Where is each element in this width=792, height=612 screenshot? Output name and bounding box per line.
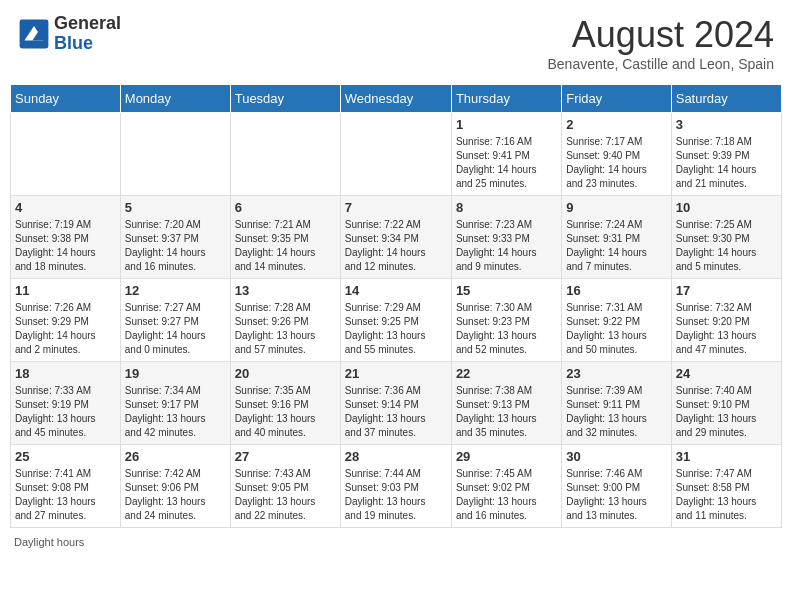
day-info: Sunrise: 7:45 AM Sunset: 9:02 PM Dayligh…: [456, 467, 557, 523]
calendar-cell: 19Sunrise: 7:34 AM Sunset: 9:17 PM Dayli…: [120, 362, 230, 445]
day-number: 23: [566, 366, 667, 381]
day-info: Sunrise: 7:17 AM Sunset: 9:40 PM Dayligh…: [566, 135, 667, 191]
logo-icon: [18, 18, 50, 50]
day-number: 29: [456, 449, 557, 464]
calendar-cell: 28Sunrise: 7:44 AM Sunset: 9:03 PM Dayli…: [340, 445, 451, 528]
day-number: 3: [676, 117, 777, 132]
day-number: 19: [125, 366, 226, 381]
calendar-cell: 23Sunrise: 7:39 AM Sunset: 9:11 PM Dayli…: [562, 362, 672, 445]
day-info: Sunrise: 7:18 AM Sunset: 9:39 PM Dayligh…: [676, 135, 777, 191]
day-number: 16: [566, 283, 667, 298]
calendar-cell: [340, 113, 451, 196]
day-header-wednesday: Wednesday: [340, 85, 451, 113]
day-info: Sunrise: 7:27 AM Sunset: 9:27 PM Dayligh…: [125, 301, 226, 357]
calendar-cell: 30Sunrise: 7:46 AM Sunset: 9:00 PM Dayli…: [562, 445, 672, 528]
day-number: 2: [566, 117, 667, 132]
day-number: 7: [345, 200, 447, 215]
day-header-thursday: Thursday: [451, 85, 561, 113]
day-number: 9: [566, 200, 667, 215]
day-number: 21: [345, 366, 447, 381]
week-row-1: 1Sunrise: 7:16 AM Sunset: 9:41 PM Daylig…: [11, 113, 782, 196]
calendar-cell: 6Sunrise: 7:21 AM Sunset: 9:35 PM Daylig…: [230, 196, 340, 279]
day-number: 10: [676, 200, 777, 215]
week-row-5: 25Sunrise: 7:41 AM Sunset: 9:08 PM Dayli…: [11, 445, 782, 528]
day-info: Sunrise: 7:25 AM Sunset: 9:30 PM Dayligh…: [676, 218, 777, 274]
day-number: 14: [345, 283, 447, 298]
calendar-cell: 27Sunrise: 7:43 AM Sunset: 9:05 PM Dayli…: [230, 445, 340, 528]
day-header-tuesday: Tuesday: [230, 85, 340, 113]
day-info: Sunrise: 7:20 AM Sunset: 9:37 PM Dayligh…: [125, 218, 226, 274]
day-number: 20: [235, 366, 336, 381]
day-number: 11: [15, 283, 116, 298]
location: Benavente, Castille and Leon, Spain: [548, 56, 775, 72]
logo-blue: Blue: [54, 34, 121, 54]
footer: Daylight hours: [10, 536, 782, 548]
day-info: Sunrise: 7:47 AM Sunset: 8:58 PM Dayligh…: [676, 467, 777, 523]
day-info: Sunrise: 7:34 AM Sunset: 9:17 PM Dayligh…: [125, 384, 226, 440]
day-info: Sunrise: 7:32 AM Sunset: 9:20 PM Dayligh…: [676, 301, 777, 357]
day-number: 5: [125, 200, 226, 215]
calendar-cell: 12Sunrise: 7:27 AM Sunset: 9:27 PM Dayli…: [120, 279, 230, 362]
title-section: August 2024 Benavente, Castille and Leon…: [548, 14, 775, 72]
day-number: 27: [235, 449, 336, 464]
footer-text: Daylight hours: [14, 536, 84, 548]
calendar-cell: 17Sunrise: 7:32 AM Sunset: 9:20 PM Dayli…: [671, 279, 781, 362]
calendar-cell: 15Sunrise: 7:30 AM Sunset: 9:23 PM Dayli…: [451, 279, 561, 362]
logo-general: General: [54, 14, 121, 34]
calendar-cell: [120, 113, 230, 196]
calendar-cell: 21Sunrise: 7:36 AM Sunset: 9:14 PM Dayli…: [340, 362, 451, 445]
day-info: Sunrise: 7:24 AM Sunset: 9:31 PM Dayligh…: [566, 218, 667, 274]
calendar-cell: 11Sunrise: 7:26 AM Sunset: 9:29 PM Dayli…: [11, 279, 121, 362]
day-number: 28: [345, 449, 447, 464]
calendar-cell: 31Sunrise: 7:47 AM Sunset: 8:58 PM Dayli…: [671, 445, 781, 528]
day-number: 4: [15, 200, 116, 215]
day-info: Sunrise: 7:16 AM Sunset: 9:41 PM Dayligh…: [456, 135, 557, 191]
day-info: Sunrise: 7:21 AM Sunset: 9:35 PM Dayligh…: [235, 218, 336, 274]
week-row-2: 4Sunrise: 7:19 AM Sunset: 9:38 PM Daylig…: [11, 196, 782, 279]
day-info: Sunrise: 7:46 AM Sunset: 9:00 PM Dayligh…: [566, 467, 667, 523]
calendar-cell: 22Sunrise: 7:38 AM Sunset: 9:13 PM Dayli…: [451, 362, 561, 445]
calendar-cell: 16Sunrise: 7:31 AM Sunset: 9:22 PM Dayli…: [562, 279, 672, 362]
calendar-cell: 14Sunrise: 7:29 AM Sunset: 9:25 PM Dayli…: [340, 279, 451, 362]
day-info: Sunrise: 7:38 AM Sunset: 9:13 PM Dayligh…: [456, 384, 557, 440]
calendar-cell: 18Sunrise: 7:33 AM Sunset: 9:19 PM Dayli…: [11, 362, 121, 445]
calendar-cell: 20Sunrise: 7:35 AM Sunset: 9:16 PM Dayli…: [230, 362, 340, 445]
calendar-cell: 10Sunrise: 7:25 AM Sunset: 9:30 PM Dayli…: [671, 196, 781, 279]
day-number: 1: [456, 117, 557, 132]
day-number: 25: [15, 449, 116, 464]
calendar: SundayMondayTuesdayWednesdayThursdayFrid…: [10, 84, 782, 528]
calendar-body: 1Sunrise: 7:16 AM Sunset: 9:41 PM Daylig…: [11, 113, 782, 528]
day-info: Sunrise: 7:40 AM Sunset: 9:10 PM Dayligh…: [676, 384, 777, 440]
calendar-cell: 29Sunrise: 7:45 AM Sunset: 9:02 PM Dayli…: [451, 445, 561, 528]
day-header-monday: Monday: [120, 85, 230, 113]
day-info: Sunrise: 7:43 AM Sunset: 9:05 PM Dayligh…: [235, 467, 336, 523]
day-info: Sunrise: 7:41 AM Sunset: 9:08 PM Dayligh…: [15, 467, 116, 523]
calendar-cell: 1Sunrise: 7:16 AM Sunset: 9:41 PM Daylig…: [451, 113, 561, 196]
day-number: 13: [235, 283, 336, 298]
day-number: 17: [676, 283, 777, 298]
day-info: Sunrise: 7:44 AM Sunset: 9:03 PM Dayligh…: [345, 467, 447, 523]
day-info: Sunrise: 7:42 AM Sunset: 9:06 PM Dayligh…: [125, 467, 226, 523]
page-header: General Blue August 2024 Benavente, Cast…: [10, 10, 782, 76]
calendar-cell: 7Sunrise: 7:22 AM Sunset: 9:34 PM Daylig…: [340, 196, 451, 279]
calendar-cell: 24Sunrise: 7:40 AM Sunset: 9:10 PM Dayli…: [671, 362, 781, 445]
day-info: Sunrise: 7:36 AM Sunset: 9:14 PM Dayligh…: [345, 384, 447, 440]
header-row: SundayMondayTuesdayWednesdayThursdayFrid…: [11, 85, 782, 113]
day-info: Sunrise: 7:33 AM Sunset: 9:19 PM Dayligh…: [15, 384, 116, 440]
day-number: 30: [566, 449, 667, 464]
day-info: Sunrise: 7:28 AM Sunset: 9:26 PM Dayligh…: [235, 301, 336, 357]
calendar-cell: 13Sunrise: 7:28 AM Sunset: 9:26 PM Dayli…: [230, 279, 340, 362]
day-number: 24: [676, 366, 777, 381]
calendar-cell: 8Sunrise: 7:23 AM Sunset: 9:33 PM Daylig…: [451, 196, 561, 279]
day-number: 15: [456, 283, 557, 298]
day-number: 12: [125, 283, 226, 298]
day-header-friday: Friday: [562, 85, 672, 113]
day-number: 22: [456, 366, 557, 381]
calendar-cell: 26Sunrise: 7:42 AM Sunset: 9:06 PM Dayli…: [120, 445, 230, 528]
day-info: Sunrise: 7:31 AM Sunset: 9:22 PM Dayligh…: [566, 301, 667, 357]
day-number: 31: [676, 449, 777, 464]
day-info: Sunrise: 7:22 AM Sunset: 9:34 PM Dayligh…: [345, 218, 447, 274]
calendar-cell: 2Sunrise: 7:17 AM Sunset: 9:40 PM Daylig…: [562, 113, 672, 196]
logo: General Blue: [18, 14, 121, 54]
calendar-cell: 4Sunrise: 7:19 AM Sunset: 9:38 PM Daylig…: [11, 196, 121, 279]
